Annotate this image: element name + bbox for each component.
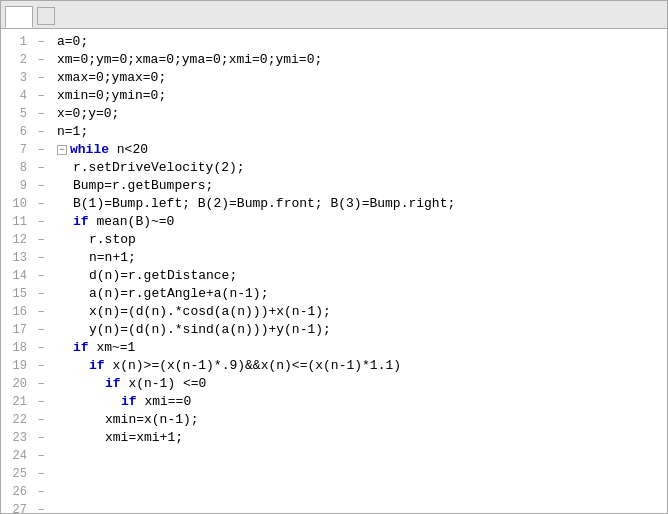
keyword: while bbox=[70, 141, 109, 159]
keyword: if bbox=[105, 375, 121, 393]
code-line: a(n)=r.getAngle+a(n-1); bbox=[57, 285, 659, 303]
code-line: n=n+1; bbox=[57, 249, 659, 267]
code-line: x=0;y=0; bbox=[57, 105, 659, 123]
line-number: 16 bbox=[1, 303, 33, 321]
keyword: if bbox=[89, 357, 105, 375]
code-token: mean(B)~=0 bbox=[89, 213, 175, 231]
code-token: n=1; bbox=[57, 123, 88, 141]
line-number: 27 bbox=[1, 501, 33, 513]
line-dash: – bbox=[33, 249, 49, 267]
tab-add-button[interactable] bbox=[37, 7, 55, 25]
line-number: 3 bbox=[1, 69, 33, 87]
code-line: r.stop bbox=[57, 231, 659, 249]
code-token: a=0; bbox=[57, 33, 88, 51]
dash-gutter: ––––––––––––––––––––––––––– bbox=[33, 29, 49, 513]
line-number: 5 bbox=[1, 105, 33, 123]
line-number: 8 bbox=[1, 159, 33, 177]
code-line: xmin=0;ymin=0; bbox=[57, 87, 659, 105]
line-dash: – bbox=[33, 231, 49, 249]
code-line: if x(n-1) <=0 bbox=[57, 375, 659, 393]
tab-rombplot3[interactable] bbox=[5, 6, 33, 28]
code-token: xmin=0;ymin=0; bbox=[57, 87, 166, 105]
line-number: 6 bbox=[1, 123, 33, 141]
code-token: xmi=xmi+1; bbox=[105, 429, 183, 447]
line-dash: – bbox=[33, 393, 49, 411]
code-line: a=0; bbox=[57, 33, 659, 51]
line-dash: – bbox=[33, 141, 49, 159]
code-line: n=1; bbox=[57, 123, 659, 141]
line-number: 7 bbox=[1, 141, 33, 159]
code-token: r.setDriveVelocity(2); bbox=[73, 159, 245, 177]
code-token: xmax=0;ymax=0; bbox=[57, 69, 166, 87]
code-line: if x(n)>=(x(n-1)*.9)&&x(n)<=(x(n-1)*1.1) bbox=[57, 357, 659, 375]
code-line: if xm~=1 bbox=[57, 339, 659, 357]
line-dash: – bbox=[33, 375, 49, 393]
collapse-icon[interactable]: − bbox=[57, 145, 67, 155]
line-number: 25 bbox=[1, 465, 33, 483]
code-line: if mean(B)~=0 bbox=[57, 213, 659, 231]
line-dash: – bbox=[33, 123, 49, 141]
keyword: if bbox=[73, 213, 89, 231]
line-dash: – bbox=[33, 177, 49, 195]
line-number: 24 bbox=[1, 447, 33, 465]
editor-window: 1234567891011121314151617181920212223242… bbox=[0, 0, 668, 514]
line-dash: – bbox=[33, 267, 49, 285]
line-number: 22 bbox=[1, 411, 33, 429]
code-token: B(1)=Bump.left; B(2)=Bump.front; B(3)=Bu… bbox=[73, 195, 455, 213]
line-number: 12 bbox=[1, 231, 33, 249]
code-line: x(n)=(d(n).*cosd(a(n)))+x(n-1); bbox=[57, 303, 659, 321]
line-number: 26 bbox=[1, 483, 33, 501]
code-line: −while n<20 bbox=[57, 141, 659, 159]
code-line: y(n)=(d(n).*sind(a(n)))+y(n-1); bbox=[57, 321, 659, 339]
line-dash: – bbox=[33, 195, 49, 213]
line-number: 21 bbox=[1, 393, 33, 411]
code-line: xmin=x(n-1); bbox=[57, 411, 659, 429]
line-dash: – bbox=[33, 105, 49, 123]
line-number: 18 bbox=[1, 339, 33, 357]
code-line: xm=0;ym=0;xma=0;yma=0;xmi=0;ymi=0; bbox=[57, 51, 659, 69]
code-token: x=0;y=0; bbox=[57, 105, 119, 123]
line-number-gutter: 1234567891011121314151617181920212223242… bbox=[1, 29, 33, 513]
line-dash: – bbox=[33, 69, 49, 87]
code-line: r.setDriveVelocity(2); bbox=[57, 159, 659, 177]
line-dash: – bbox=[33, 411, 49, 429]
line-number: 13 bbox=[1, 249, 33, 267]
code-line: if xmi==0 bbox=[57, 393, 659, 411]
code-token: x(n)>=(x(n-1)*.9)&&x(n)<=(x(n-1)*1.1) bbox=[105, 357, 401, 375]
line-number: 20 bbox=[1, 375, 33, 393]
line-dash: – bbox=[33, 303, 49, 321]
code-token: xmin=x(n-1); bbox=[105, 411, 199, 429]
code-token: xmi==0 bbox=[137, 393, 192, 411]
code-token: n=n+1; bbox=[89, 249, 136, 267]
line-dash: – bbox=[33, 339, 49, 357]
line-dash: – bbox=[33, 33, 49, 51]
line-number: 9 bbox=[1, 177, 33, 195]
line-number: 19 bbox=[1, 357, 33, 375]
code-token: Bump=r.getBumpers; bbox=[73, 177, 213, 195]
code-token: x(n)=(d(n).*cosd(a(n)))+x(n-1); bbox=[89, 303, 331, 321]
code-line: B(1)=Bump.left; B(2)=Bump.front; B(3)=Bu… bbox=[57, 195, 659, 213]
line-dash: – bbox=[33, 483, 49, 501]
line-number: 17 bbox=[1, 321, 33, 339]
line-number: 1 bbox=[1, 33, 33, 51]
line-dash: – bbox=[33, 447, 49, 465]
line-dash: – bbox=[33, 501, 49, 513]
code-token: a(n)=r.getAngle+a(n-1); bbox=[89, 285, 268, 303]
line-dash: – bbox=[33, 159, 49, 177]
line-dash: – bbox=[33, 429, 49, 447]
code-content[interactable]: a=0;xm=0;ym=0;xma=0;yma=0;xmi=0;ymi=0;xm… bbox=[49, 29, 667, 513]
line-dash: – bbox=[33, 465, 49, 483]
line-dash: – bbox=[33, 285, 49, 303]
line-number: 2 bbox=[1, 51, 33, 69]
code-line: Bump=r.getBumpers; bbox=[57, 177, 659, 195]
line-number: 14 bbox=[1, 267, 33, 285]
tab-bar bbox=[1, 1, 667, 29]
code-token: xm~=1 bbox=[89, 339, 136, 357]
code-line: xmi=xmi+1; bbox=[57, 429, 659, 447]
line-number: 23 bbox=[1, 429, 33, 447]
code-token: xm=0;ym=0;xma=0;yma=0;xmi=0;ymi=0; bbox=[57, 51, 322, 69]
code-line: d(n)=r.getDistance; bbox=[57, 267, 659, 285]
code-line: xmax=0;ymax=0; bbox=[57, 69, 659, 87]
code-editor: 1234567891011121314151617181920212223242… bbox=[1, 29, 667, 513]
line-number: 15 bbox=[1, 285, 33, 303]
